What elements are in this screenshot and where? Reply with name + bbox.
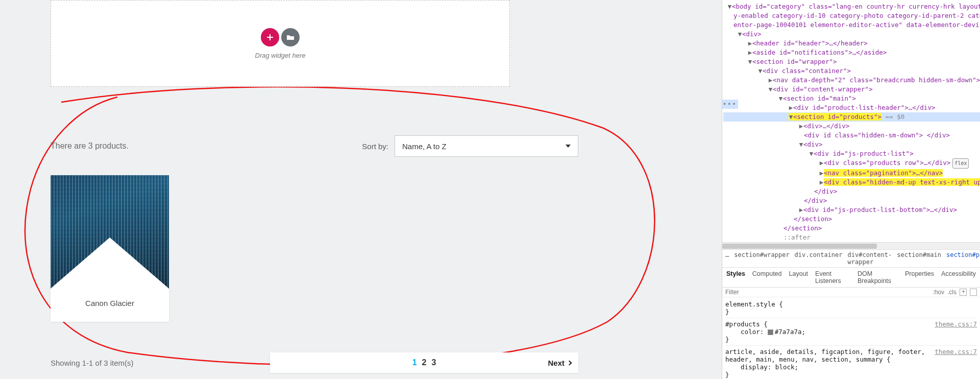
- product-title: Canon Glacier: [51, 289, 169, 322]
- styles-filter-input[interactable]: [725, 289, 933, 296]
- flex-badge[interactable]: flex: [952, 158, 969, 169]
- chevron-down-icon: [566, 145, 571, 148]
- tab-event-listeners[interactable]: Event Listeners: [815, 270, 850, 285]
- tab-computed[interactable]: Computed: [752, 270, 782, 285]
- selected-line-marker: •••: [722, 100, 738, 109]
- pagination-next[interactable]: Next: [548, 359, 571, 367]
- box-model-button[interactable]: [970, 289, 977, 296]
- selected-dom-node[interactable]: ▼<section id="products"> == $0: [723, 112, 980, 122]
- tab-dom-breakpoints[interactable]: DOM Breakpoints: [857, 270, 898, 285]
- add-widget-button[interactable]: [261, 28, 279, 46]
- product-card[interactable]: Canon Glacier: [51, 175, 169, 322]
- tab-layout[interactable]: Layout: [789, 270, 808, 285]
- style-source-link[interactable]: theme.css:7: [935, 348, 977, 356]
- sort-by-label: Sort by:: [362, 142, 388, 151]
- widget-drop-zone[interactable]: Drag widget here: [51, 0, 510, 87]
- styles-tabs[interactable]: Styles Computed Layout Event Listeners D…: [722, 268, 980, 288]
- dom-tree[interactable]: ••• ▼<body id="category" class="lang-en …: [722, 0, 980, 242]
- dom-horizontal-scrollbar[interactable]: [722, 242, 980, 249]
- cls-toggle[interactable]: .cls: [947, 289, 957, 296]
- showing-text: Showing 1-1 of 3 item(s): [51, 359, 270, 367]
- style-source-link[interactable]: theme.css:7: [935, 320, 977, 328]
- chevron-right-icon: [567, 360, 572, 365]
- drag-widget-hint: Drag widget here: [255, 52, 306, 59]
- sort-select-value: Name, A to Z: [402, 142, 447, 151]
- product-image: [51, 175, 169, 289]
- page-3[interactable]: 3: [431, 358, 436, 367]
- new-style-button[interactable]: +: [960, 289, 967, 296]
- pagination: 1 2 3 Next: [270, 352, 578, 373]
- tab-accessibility[interactable]: Accessibility: [941, 270, 976, 285]
- tab-styles[interactable]: Styles: [726, 270, 745, 285]
- hov-toggle[interactable]: :hov: [933, 289, 944, 296]
- styles-pane[interactable]: element.style { } theme.css:7 #products …: [722, 297, 980, 379]
- devtools-panel: ••• ▼<body id="category" class="lang-en …: [722, 0, 980, 379]
- color-swatch[interactable]: [768, 329, 773, 335]
- sort-select[interactable]: Name, A to Z: [395, 135, 578, 157]
- tab-properties[interactable]: Properties: [905, 270, 934, 285]
- product-count-text: There are 3 products.: [51, 141, 129, 151]
- page-1[interactable]: 1: [412, 358, 417, 367]
- page-2[interactable]: 2: [422, 358, 427, 367]
- folder-widget-button[interactable]: [281, 28, 300, 46]
- dom-breadcrumb[interactable]: … section#wrapper div.container div#cont…: [722, 249, 980, 268]
